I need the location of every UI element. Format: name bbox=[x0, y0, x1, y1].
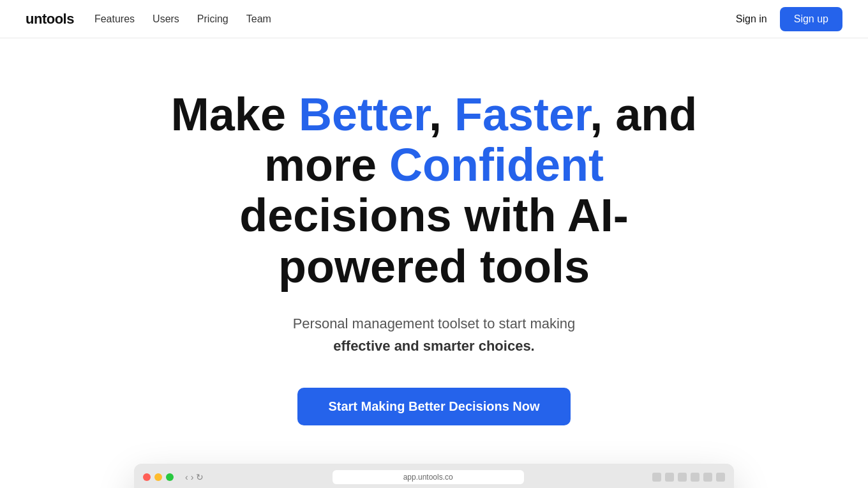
navbar: untools Features Users Pricing Team Sign… bbox=[0, 0, 868, 38]
logo[interactable]: untools bbox=[26, 11, 74, 27]
hero-title-end: decisions with AI-powered tools bbox=[239, 190, 628, 291]
window-close-dot[interactable] bbox=[143, 473, 151, 481]
hero-title-better: Better bbox=[299, 89, 429, 140]
address-bar[interactable]: app.untools.co bbox=[333, 470, 524, 484]
nav-link-users[interactable]: Users bbox=[153, 13, 179, 25]
back-arrow[interactable]: ‹ bbox=[185, 472, 188, 482]
refresh-arrow[interactable]: ↻ bbox=[196, 472, 204, 482]
hero-title-make: Make bbox=[171, 89, 299, 140]
hero-subtitle: Personal management toolset to start mak… bbox=[293, 312, 576, 357]
window-action-5 bbox=[703, 473, 712, 482]
window-chrome: ‹ › ↻ app.untools.co bbox=[134, 464, 734, 488]
nav-link-pricing[interactable]: Pricing bbox=[197, 13, 228, 25]
hero-subtitle-line1: Personal management toolset to start mak… bbox=[293, 316, 576, 332]
window-action-1 bbox=[652, 473, 661, 482]
window-actions bbox=[652, 473, 725, 482]
nav-right: Sign in Sign up bbox=[736, 7, 842, 31]
nav-links: Features Users Pricing Team bbox=[94, 13, 271, 25]
window-action-6 bbox=[716, 473, 725, 482]
hero-title: Make Better, Faster, and more Confident … bbox=[147, 89, 721, 292]
app-screenshot-container: ‹ › ↻ app.untools.co ← Back bbox=[121, 464, 747, 488]
hero-title-confident: Confident bbox=[389, 139, 604, 190]
hero-section: Make Better, Faster, and more Confident … bbox=[0, 38, 868, 488]
nav-link-team[interactable]: Team bbox=[246, 13, 271, 25]
nav-link-features[interactable]: Features bbox=[94, 13, 135, 25]
forward-arrow[interactable]: › bbox=[191, 472, 194, 482]
nav-arrows: ‹ › ↻ bbox=[185, 472, 204, 482]
app-window: ‹ › ↻ app.untools.co ← Back bbox=[134, 464, 734, 488]
sign-in-button[interactable]: Sign in bbox=[736, 13, 767, 25]
cta-button[interactable]: Start Making Better Decisions Now bbox=[297, 388, 570, 425]
window-action-2 bbox=[665, 473, 674, 482]
hero-title-comma1: , bbox=[429, 89, 454, 140]
hero-subtitle-line2: effective and smarter choices. bbox=[333, 338, 534, 354]
nav-left: untools Features Users Pricing Team bbox=[26, 11, 271, 27]
window-maximize-dot[interactable] bbox=[166, 473, 174, 481]
window-controls bbox=[143, 473, 174, 481]
hero-title-faster: Faster bbox=[454, 89, 590, 140]
window-action-4 bbox=[691, 473, 700, 482]
sign-up-button[interactable]: Sign up bbox=[780, 7, 842, 31]
window-action-3 bbox=[678, 473, 687, 482]
window-minimize-dot[interactable] bbox=[154, 473, 162, 481]
